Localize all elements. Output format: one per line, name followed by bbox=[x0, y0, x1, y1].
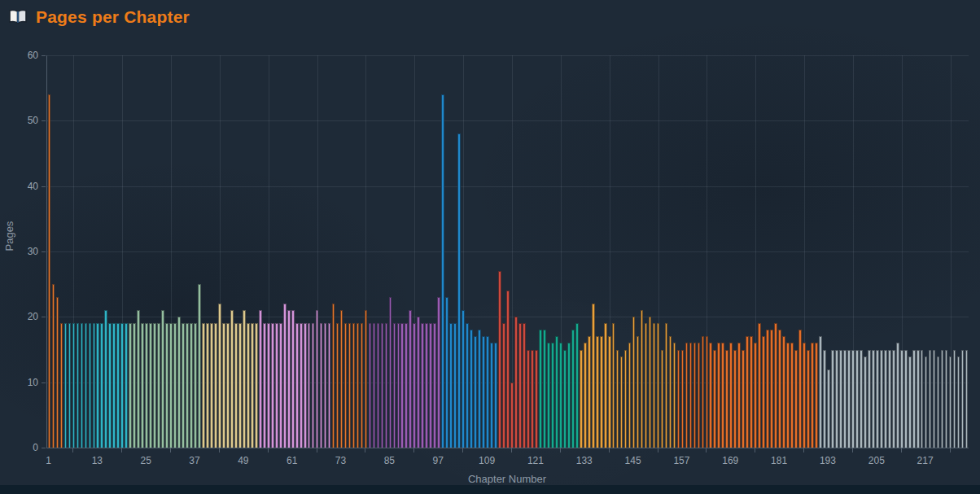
bar-chapter-130[interactable] bbox=[571, 330, 575, 448]
bar-chapter-160[interactable] bbox=[693, 343, 697, 448]
bar-chapter-84[interactable] bbox=[385, 323, 388, 448]
bar-chapter-149[interactable] bbox=[649, 317, 652, 448]
bar-chapter-154[interactable] bbox=[669, 336, 672, 448]
bar-chapter-88[interactable] bbox=[400, 323, 404, 448]
bar-chapter-5[interactable] bbox=[64, 323, 68, 448]
bar-chapter-18[interactable] bbox=[116, 323, 120, 448]
bar-chapter-219[interactable] bbox=[933, 350, 936, 448]
bar-chapter-49[interactable] bbox=[243, 310, 246, 448]
bar-chapter-69[interactable] bbox=[324, 323, 327, 448]
bar-chapter-136[interactable] bbox=[596, 336, 599, 448]
bar-chapter-100[interactable] bbox=[449, 323, 453, 448]
bar-chapter-41[interactable] bbox=[210, 323, 213, 448]
bar-chapter-191[interactable] bbox=[819, 336, 822, 448]
bar-chapter-99[interactable] bbox=[445, 297, 448, 448]
bar-chapter-126[interactable] bbox=[555, 336, 558, 448]
bar-chapter-82[interactable] bbox=[377, 323, 380, 448]
bar-chapter-123[interactable] bbox=[543, 330, 546, 448]
bar-chapter-95[interactable] bbox=[429, 323, 432, 448]
bar-chapter-187[interactable] bbox=[803, 343, 806, 448]
bar-chapter-11[interactable] bbox=[89, 323, 92, 448]
bar-chapter-196[interactable] bbox=[839, 350, 842, 448]
bar-chapter-62[interactable] bbox=[295, 323, 299, 448]
bar-chapter-183[interactable] bbox=[786, 343, 790, 448]
bar-chapter-28[interactable] bbox=[157, 323, 160, 448]
bar-chapter-8[interactable] bbox=[77, 323, 80, 448]
bar-chapter-114[interactable] bbox=[506, 291, 510, 448]
bar-chapter-178[interactable] bbox=[766, 330, 769, 448]
bar-chapter-207[interactable] bbox=[884, 350, 887, 448]
bar-chapter-127[interactable] bbox=[559, 343, 562, 448]
bar-chapter-206[interactable] bbox=[880, 350, 883, 448]
bar-chapter-7[interactable] bbox=[72, 323, 76, 448]
bar-chapter-199[interactable] bbox=[851, 350, 855, 448]
bar-chapter-147[interactable] bbox=[641, 310, 644, 448]
bar-chapter-63[interactable] bbox=[300, 323, 303, 448]
bar-chapter-169[interactable] bbox=[729, 343, 733, 448]
bar-chapter-103[interactable] bbox=[462, 310, 465, 448]
bar-chapter-120[interactable] bbox=[531, 350, 534, 448]
bar-chapter-64[interactable] bbox=[304, 323, 307, 448]
bar-chapter-150[interactable] bbox=[653, 323, 656, 448]
bar-chapter-129[interactable] bbox=[567, 343, 571, 448]
bar-chapter-165[interactable] bbox=[713, 350, 716, 448]
bar-chapter-172[interactable] bbox=[742, 350, 745, 448]
bar-chapter-168[interactable] bbox=[725, 350, 728, 448]
bar-chapter-209[interactable] bbox=[892, 350, 895, 448]
bar-chapter-173[interactable] bbox=[746, 336, 749, 448]
bar-chapter-27[interactable] bbox=[153, 323, 156, 448]
bar-chapter-86[interactable] bbox=[393, 323, 396, 448]
bar-chapter-227[interactable] bbox=[965, 350, 969, 448]
bar-chapter-117[interactable] bbox=[518, 323, 522, 448]
bar-chapter-21[interactable] bbox=[129, 323, 132, 448]
bar-chapter-2[interactable] bbox=[52, 284, 55, 448]
bar-chapter-107[interactable] bbox=[478, 330, 481, 448]
bar-chapter-17[interactable] bbox=[112, 323, 116, 448]
bar-chapter-105[interactable] bbox=[470, 330, 473, 448]
bar-chapter-29[interactable] bbox=[161, 310, 164, 448]
bar-chapter-30[interactable] bbox=[165, 323, 168, 448]
bar-chapter-52[interactable] bbox=[255, 323, 258, 448]
bar-chapter-112[interactable] bbox=[498, 271, 501, 448]
bar-chapter-66[interactable] bbox=[312, 323, 315, 448]
bar-chapter-171[interactable] bbox=[737, 343, 741, 448]
bar-chapter-223[interactable] bbox=[949, 356, 952, 448]
bar-chapter-31[interactable] bbox=[169, 323, 173, 448]
bar-chapter-60[interactable] bbox=[287, 310, 291, 448]
bar-chapter-35[interactable] bbox=[186, 323, 189, 448]
bar-chapter-115[interactable] bbox=[510, 383, 514, 448]
bar-chapter-189[interactable] bbox=[811, 343, 814, 448]
bar-chapter-70[interactable] bbox=[328, 323, 331, 448]
bar-chapter-205[interactable] bbox=[876, 350, 879, 448]
bar-chapter-73[interactable] bbox=[340, 310, 343, 448]
bar-chapter-226[interactable] bbox=[961, 350, 965, 448]
bar-chapter-155[interactable] bbox=[673, 343, 676, 448]
bar-chapter-54[interactable] bbox=[263, 323, 266, 448]
bar-chapter-222[interactable] bbox=[945, 350, 948, 448]
bar-chapter-80[interactable] bbox=[369, 323, 372, 448]
bar-chapter-131[interactable] bbox=[575, 323, 579, 448]
bar-chapter-48[interactable] bbox=[238, 323, 242, 448]
bar-chapter-151[interactable] bbox=[657, 323, 660, 448]
bar-chapter-176[interactable] bbox=[758, 323, 761, 448]
bar-chapter-167[interactable] bbox=[721, 343, 724, 448]
bar-chapter-153[interactable] bbox=[665, 323, 668, 448]
bar-chapter-158[interactable] bbox=[685, 343, 689, 448]
bar-chapter-202[interactable] bbox=[864, 356, 867, 448]
bar-chapter-97[interactable] bbox=[437, 297, 440, 448]
bar-chapter-212[interactable] bbox=[904, 350, 908, 448]
bar-chapter-44[interactable] bbox=[222, 323, 225, 448]
bar-chapter-116[interactable] bbox=[514, 317, 518, 448]
bar-chapter-25[interactable] bbox=[145, 323, 148, 448]
bar-chapter-24[interactable] bbox=[141, 323, 144, 448]
bar-chapter-77[interactable] bbox=[357, 323, 360, 448]
bar-chapter-163[interactable] bbox=[706, 336, 709, 448]
bar-chapter-185[interactable] bbox=[794, 350, 798, 448]
bar-chapter-101[interactable] bbox=[453, 323, 457, 448]
bar-chapter-140[interactable] bbox=[612, 323, 615, 448]
bar-chapter-37[interactable] bbox=[194, 323, 197, 448]
bar-chapter-118[interactable] bbox=[523, 323, 526, 448]
bar-chapter-200[interactable] bbox=[855, 350, 859, 448]
bar-chapter-6[interactable] bbox=[68, 323, 72, 448]
bar-chapter-4[interactable] bbox=[60, 323, 63, 448]
